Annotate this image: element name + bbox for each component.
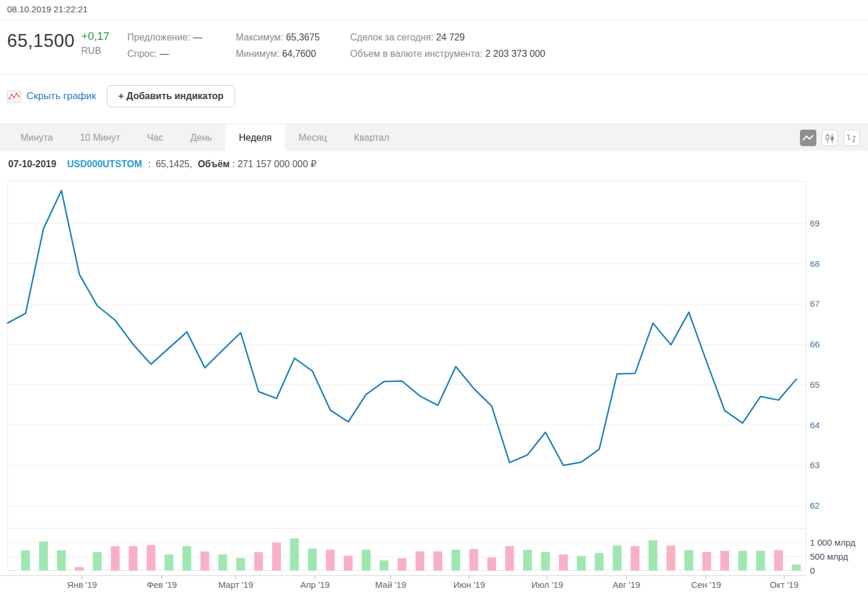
volume-bar [111, 546, 120, 570]
volume-bar [236, 558, 245, 570]
x-axis-label: Окт '19 [770, 580, 799, 590]
volume-bar [272, 543, 281, 571]
x-axis-label: Авг '19 [612, 580, 640, 590]
x-axis-label: Сен '19 [691, 580, 721, 590]
x-axis-label: Фев '19 [147, 580, 177, 590]
info-colon: : [148, 159, 150, 169]
line-chart-type-button[interactable] [800, 130, 816, 146]
tab-week[interactable]: Неделя [225, 124, 285, 151]
volume-axis-label: 0 [810, 566, 815, 576]
volume-bar [469, 549, 478, 571]
info-price: 65,1425, [155, 159, 192, 169]
crosshair-info-line: 07-10-2019 USD000UTSTOM : 65,1425, Объём… [0, 151, 868, 175]
demand-value: — [160, 49, 169, 59]
volume-axis-label: 500 млрд [810, 551, 848, 561]
y-axis-label: 69 [810, 218, 820, 228]
volume-bar [201, 551, 209, 570]
candlestick-chart-icon [823, 131, 836, 144]
quote-timestamp: 08.10.2019 21:22:21 [0, 0, 868, 20]
last-price: 65,1500 [7, 29, 75, 50]
trades-value: 24 729 [436, 32, 464, 42]
volume-bar [756, 551, 765, 571]
volume-bar [738, 551, 747, 570]
volume-bar [218, 554, 227, 570]
ohlc-bars-chart-type-button[interactable] [843, 130, 860, 146]
y-axis-label: 65 [810, 380, 820, 390]
range-column: Максимум: 65,3675 Минимум: 64,7600 [236, 29, 350, 62]
line-chart-icon [802, 131, 815, 144]
volume-bar [57, 550, 66, 571]
volume-bar [21, 550, 30, 571]
volume-bar [630, 546, 639, 571]
tab-month[interactable]: Месяц [285, 124, 340, 151]
tab-day[interactable]: День [177, 124, 225, 151]
info-ticker[interactable]: USD000UTSTOM [67, 159, 142, 169]
volume-bar [290, 539, 299, 571]
volume-bar [344, 556, 352, 570]
volume-bar [649, 540, 657, 571]
volume-bar [379, 560, 388, 570]
volume-axis-label: 1 000 млрд [810, 537, 856, 547]
price-chart[interactable]: 69686766656463621 000 млрд500 млрд0Янв '… [0, 175, 868, 593]
tab-hour[interactable]: Час [134, 124, 177, 151]
chart-controls: Скрыть график + Добавить индикатор [0, 75, 868, 117]
y-axis-label: 64 [810, 420, 820, 430]
x-axis-label: Июн '19 [453, 580, 485, 590]
info-volume-label: Объём [198, 159, 230, 169]
y-axis-label: 62 [810, 500, 820, 510]
hide-chart-link[interactable]: Скрыть график [26, 90, 96, 102]
price-currency: RUB [82, 46, 110, 56]
volume-value: 2 203 373 000 [485, 49, 545, 59]
volume-bar [523, 550, 532, 571]
sparkline-chart-icon [7, 90, 21, 103]
volume-bar [433, 551, 442, 571]
chart-type-switcher [800, 130, 860, 146]
tab-minute[interactable]: Минута [7, 124, 66, 151]
bid-ask-column: Предложение: — Спрос: — [127, 29, 236, 62]
offer-value: — [193, 32, 202, 42]
volume-bar [613, 546, 622, 571]
volume-bar [703, 552, 711, 571]
volume-bar [452, 550, 460, 571]
volume-bar [577, 556, 586, 571]
price-change: +0,17 [82, 29, 110, 43]
volume-bar [308, 549, 317, 571]
volume-bar [487, 557, 496, 570]
trades-label: Сделок за сегодня: [350, 32, 433, 42]
chart-canvas[interactable]: 69686766656463621 000 млрд500 млрд0Янв '… [0, 175, 868, 593]
volume-bar [792, 564, 801, 570]
info-volume-value: : 271 157 000 000 ₽ [232, 159, 317, 169]
y-axis-label: 68 [810, 259, 820, 269]
volume-bar [128, 546, 137, 571]
timeframe-tabbar: Минута 10 Минут Час День Неделя Месяц Кв… [0, 124, 868, 151]
y-axis-label: 67 [810, 299, 820, 309]
volume-bar [75, 567, 84, 571]
volume-bar [774, 550, 783, 571]
stats-column: Сделок за сегодня: 24 729 Объем в валюте… [350, 29, 545, 62]
y-axis-label: 66 [810, 339, 820, 349]
candlestick-chart-type-button[interactable] [822, 130, 838, 146]
tab-10minutes[interactable]: 10 Минут [66, 124, 134, 151]
volume-bar [720, 551, 729, 571]
tab-quarter[interactable]: Квартал [340, 124, 402, 151]
offer-label: Предложение: [127, 32, 190, 42]
volume-bar [362, 550, 371, 571]
volume-bar [326, 550, 335, 571]
max-value: 65,3675 [286, 32, 320, 42]
volume-bar [595, 553, 603, 571]
ohlc-bars-chart-icon [845, 131, 858, 144]
volume-bar [684, 550, 693, 571]
volume-bar [505, 546, 514, 571]
x-axis-label: Апр '19 [300, 580, 330, 590]
volume-bar [93, 552, 101, 570]
x-axis-label: Март '19 [218, 580, 253, 590]
price-block: 65,1500 +0,17 RUB [7, 29, 127, 56]
price-line [8, 191, 796, 466]
info-date: 07-10-2019 [8, 159, 56, 169]
volume-bar [398, 558, 406, 570]
add-indicator-button[interactable]: + Добавить индикатор [107, 85, 235, 107]
volume-bar [559, 554, 568, 571]
min-label: Минимум: [236, 49, 279, 59]
x-axis-label: Янв '19 [67, 580, 97, 590]
x-axis-label: Май '19 [375, 580, 406, 590]
